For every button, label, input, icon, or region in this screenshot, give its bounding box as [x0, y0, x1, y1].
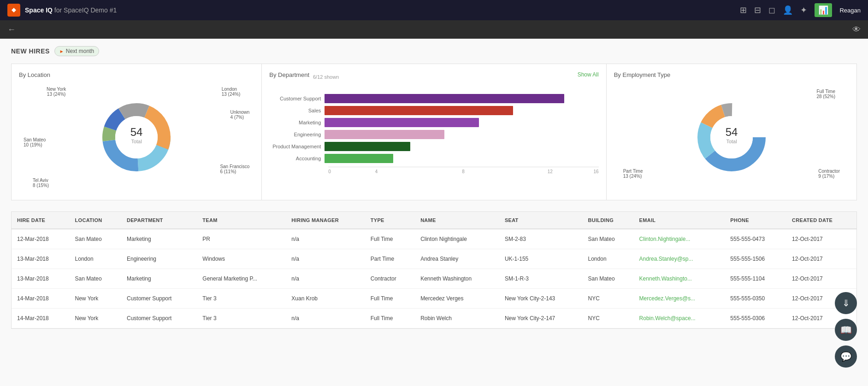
download-fab[interactable]: ⇓ — [835, 292, 857, 314]
bar-fill — [325, 154, 393, 163]
bar-row-engineering: Engineering — [269, 130, 598, 139]
eye-icon[interactable]: 👁 — [852, 25, 861, 35]
table-cell: n/a — [286, 229, 365, 249]
table-cell: 12-Oct-2017 — [786, 249, 856, 269]
table-cell: SM-1-R-3 — [499, 269, 583, 289]
table-cell: n/a — [286, 309, 365, 328]
table-cell: New York — [70, 309, 121, 328]
table-cell: General Marketing P... — [197, 269, 286, 289]
box-icon[interactable]: ◻ — [768, 5, 775, 15]
svg-text:Total: Total — [726, 139, 737, 144]
location-label-unknown: Unknown4 (7%) — [230, 110, 250, 120]
table-cell: Marketing — [121, 269, 197, 289]
table-cell: 12-Oct-2017 — [786, 269, 856, 289]
location-label-sanmateo: San Mateo10 (19%) — [24, 137, 46, 147]
table-cell: Mercedez Verges — [415, 289, 499, 309]
brand-area: Space IQ for SpaceIQ Demo #1 — [7, 4, 117, 17]
table-cell: San Mateo — [583, 269, 634, 289]
table-cell: San Mateo — [70, 269, 121, 289]
bar-label: Accounting — [269, 156, 325, 161]
table-cell: 555-555-0306 — [725, 309, 786, 328]
table-body: 12-Mar-2018San MateoMarketingPRn/aFull T… — [12, 229, 856, 328]
table-cell: Xuan Krob — [286, 289, 365, 309]
table-cell: Tier 3 — [197, 289, 286, 309]
svg-text:Total: Total — [131, 139, 142, 144]
chat-fab[interactable]: 💬 — [835, 345, 857, 368]
table-cell: Customer Support — [121, 309, 197, 328]
table-wrapper: HIRE DATE LOCATION DEPARTMENT TEAM HIRIN… — [12, 212, 856, 328]
bar-row-marketing: Marketing — [269, 118, 598, 127]
bar-fill — [325, 118, 478, 127]
table-cell[interactable]: Robin.Welch@space... — [634, 309, 725, 328]
table-cell: UK-1-155 — [499, 249, 583, 269]
table-cell: Tier 3 — [197, 309, 286, 328]
user-menu-button[interactable]: Reagan — [839, 7, 861, 14]
department-chart-title: By Department — [269, 71, 309, 78]
employment-label-fulltime: Full Time28 (52%) — [816, 89, 835, 99]
table-cell: Full Time — [365, 229, 415, 249]
brand-name: Space IQ for SpaceIQ Demo #1 — [25, 6, 117, 14]
location-label-newyork: New York13 (24%) — [47, 87, 66, 97]
page-content: NEW HIRES ► Next month By Location New Y… — [0, 39, 868, 386]
col-hiring-manager: HIRING MANAGER — [286, 212, 365, 229]
hires-table-section: HIRE DATE LOCATION DEPARTMENT TEAM HIRIN… — [11, 211, 857, 329]
bar-track — [325, 118, 598, 127]
buildings-icon[interactable]: ⊞ — [740, 5, 747, 15]
table-row: 12-Mar-2018San MateoMarketingPRn/aFull T… — [12, 229, 856, 249]
table-cell[interactable]: Andrea.Stanley@sp... — [634, 249, 725, 269]
col-email: EMAIL — [634, 212, 725, 229]
show-all-button[interactable]: Show All — [578, 71, 599, 78]
col-created-date: CREATED DATE — [786, 212, 856, 229]
brand-logo — [7, 4, 20, 17]
table-row: 14-Mar-2018New YorkCustomer SupportTier … — [12, 289, 856, 309]
axis-16: 16 — [594, 169, 599, 174]
table-cell: 555-555-0350 — [725, 289, 786, 309]
table-header: HIRE DATE LOCATION DEPARTMENT TEAM HIRIN… — [12, 212, 856, 229]
table-cell[interactable]: Mercedez.Verges@s... — [634, 289, 725, 309]
filter-arrow-icon: ► — [59, 49, 64, 54]
col-type: TYPE — [365, 212, 415, 229]
col-seat: SEAT — [499, 212, 583, 229]
bar-row-sales: Sales — [269, 106, 598, 115]
table-cell[interactable]: Clinton.Nightingale... — [634, 229, 725, 249]
chart-icon[interactable]: 📊 — [815, 3, 832, 17]
table-cell: Andrea Stanley — [415, 249, 499, 269]
employment-label-parttime: Part Time13 (24%) — [623, 169, 643, 179]
table-cell: Robin Welch — [415, 309, 499, 328]
filter-badge[interactable]: ► Next month — [54, 46, 99, 56]
table-cell: San Mateo — [70, 229, 121, 249]
table-cell: London — [583, 249, 634, 269]
table-cell: PR — [197, 229, 286, 249]
table-cell: NYC — [583, 309, 634, 328]
table-cell: SM-2-83 — [499, 229, 583, 249]
bar-row-accounting: Accounting — [269, 154, 598, 163]
employment-label-contractor: Contractor9 (17%) — [818, 169, 840, 179]
table-cell: NYC — [583, 289, 634, 309]
table-cell[interactable]: Kenneth.Washingto... — [634, 269, 725, 289]
col-name: NAME — [415, 212, 499, 229]
table-row: 13-Mar-2018San MateoMarketingGeneral Mar… — [12, 269, 856, 289]
book-fab[interactable]: 📖 — [835, 319, 857, 341]
location-label-telaviv: Tel Aviv8 (15%) — [33, 178, 49, 188]
table-cell: New York City-2-143 — [499, 289, 583, 309]
hires-table: HIRE DATE LOCATION DEPARTMENT TEAM HIRIN… — [12, 212, 856, 328]
axis-12: 12 — [507, 169, 593, 174]
axis-8: 8 — [420, 169, 507, 174]
col-phone: PHONE — [725, 212, 786, 229]
table-cell: 12-Oct-2017 — [786, 229, 856, 249]
table-cell: n/a — [286, 249, 365, 269]
col-department: DEPARTMENT — [121, 212, 197, 229]
bar-label: Engineering — [269, 132, 325, 137]
charts-row: By Location New York13 (24%) London13 (2… — [11, 64, 857, 200]
col-building: BUILDING — [583, 212, 634, 229]
bar-track — [325, 106, 598, 115]
grid-icon[interactable]: ⊟ — [754, 5, 761, 15]
table-cell: 14-Mar-2018 — [12, 309, 70, 328]
bar-track — [325, 94, 598, 103]
bar-fill — [325, 106, 513, 115]
back-button[interactable]: ← — [7, 25, 16, 35]
plus-icon[interactable]: ✦ — [800, 5, 807, 15]
user-icon[interactable]: 👤 — [783, 5, 793, 15]
location-donut-svg: 54 Total — [95, 96, 178, 179]
table-cell: London — [70, 249, 121, 269]
